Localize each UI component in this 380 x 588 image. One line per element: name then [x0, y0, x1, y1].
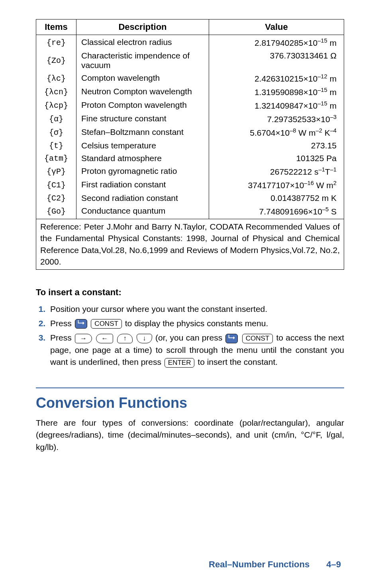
- steps-list: Position your cursor where you want the …: [36, 303, 344, 368]
- value-cell: 2.817940285×10–15 m: [209, 35, 344, 50]
- table-row: {re}Classical electron radius2.817940285…: [36, 35, 344, 50]
- desc-cell: Fine structure constant: [76, 112, 209, 126]
- desc-cell: First radiation constant: [76, 178, 209, 192]
- item-cell: {α}: [36, 112, 76, 126]
- shift-key-icon-2: ⮡: [225, 334, 238, 343]
- item-cell: {t}: [36, 139, 76, 152]
- item-cell: {γP}: [36, 165, 76, 178]
- item-cell: {C2}: [36, 192, 76, 204]
- item-cell: {σ}: [36, 126, 76, 139]
- insert-constant-heading: To insert a constant:: [36, 287, 344, 298]
- shift-key-icon: ⮡: [75, 319, 87, 329]
- value-cell: 1.321409847×10–15 m: [209, 99, 344, 112]
- value-cell: 267522212 s–1T–1: [209, 165, 344, 178]
- value-cell: 376.730313461 Ω: [209, 49, 344, 72]
- reference-text: Reference: Peter J.Mohr and Barry N.Tayl…: [36, 219, 344, 270]
- table-row: {γP}Proton gyromagnetic ratio267522212 s…: [36, 165, 344, 178]
- col-description: Description: [76, 19, 209, 35]
- table-row: {C1}First radiation constant374177107×10…: [36, 178, 344, 192]
- table-row: {Go}Conductance quantum7.748091696×10–5 …: [36, 204, 344, 219]
- desc-cell: Compton wavelength: [76, 72, 209, 85]
- step-3: Press → ← ↑ ↓ (or, you can press ⮡ CONST…: [48, 332, 344, 368]
- item-cell: {re}: [36, 35, 76, 50]
- table-row: {λcp}Proton Compton wavelength1.32140984…: [36, 99, 344, 112]
- desc-cell: Standard atmosphere: [76, 152, 209, 165]
- constants-table: Items Description Value {re}Classical el…: [36, 19, 344, 270]
- desc-cell: Neutron Compton wavelength: [76, 85, 209, 99]
- step-2: Press ⮡ CONST to display the physics con…: [48, 317, 344, 329]
- right-arrow-key-icon: →: [75, 334, 92, 343]
- item-cell: {Go}: [36, 204, 76, 219]
- table-row: {C2}Second radiation constant0.014387752…: [36, 192, 344, 204]
- step-2-post: to display the physics constants menu.: [125, 319, 268, 328]
- section-divider: [36, 387, 344, 388]
- step-3-a: Press: [50, 333, 74, 342]
- step-1: Position your cursor where you want the …: [48, 303, 344, 315]
- step-2-pre: Press: [50, 319, 74, 328]
- const-key: CONST: [91, 319, 122, 329]
- value-cell: 101325 Pa: [209, 152, 344, 165]
- table-row: {λcn}Neutron Compton wavelength1.3195908…: [36, 85, 344, 99]
- desc-cell: Conductance quantum: [76, 204, 209, 219]
- item-cell: {λcp}: [36, 99, 76, 112]
- desc-cell: Characteristic impendence of vacuum: [76, 49, 209, 72]
- value-cell: 0.014387752 m K: [209, 192, 344, 204]
- table-row: {t}Celsius temperature273.15: [36, 139, 344, 152]
- section-title: Conversion Functions: [36, 395, 344, 411]
- enter-key: ENTER: [165, 358, 195, 368]
- footer-page: 4–9: [326, 559, 341, 569]
- step-3-b: (or, you can press: [155, 333, 225, 342]
- page-footer: Real–Number Functions 4–9: [209, 559, 341, 570]
- section-body: There are four types of conversions: coo…: [36, 417, 344, 453]
- desc-cell: Second radiation constant: [76, 192, 209, 204]
- value-cell: 7.297352533×10–3: [209, 112, 344, 126]
- desc-cell: Classical electron radius: [76, 35, 209, 50]
- footer-chapter: Real–Number Functions: [209, 559, 309, 569]
- down-arrow-key-icon: ↓: [137, 334, 152, 343]
- desc-cell: Celsius temperature: [76, 139, 209, 152]
- const-key-2: CONST: [242, 334, 273, 343]
- table-row: {atm}Standard atmosphere101325 Pa: [36, 152, 344, 165]
- value-cell: 273.15: [209, 139, 344, 152]
- left-arrow-key-icon: ←: [96, 334, 113, 343]
- value-cell: 5.6704×10–8 W m–2 K–4: [209, 126, 344, 139]
- reference-row: Reference: Peter J.Mohr and Barry N.Tayl…: [36, 219, 344, 270]
- table-row: {Zo}Characteristic impendence of vacuum3…: [36, 49, 344, 72]
- desc-cell: Proton gyromagnetic ratio: [76, 165, 209, 178]
- item-cell: {C1}: [36, 178, 76, 192]
- value-cell: 2.426310215×10–12 m: [209, 72, 344, 85]
- item-cell: {λc}: [36, 72, 76, 85]
- table-row: {α}Fine structure constant7.297352533×10…: [36, 112, 344, 126]
- desc-cell: Stefan–Boltzmann constant: [76, 126, 209, 139]
- desc-cell: Proton Compton wavelength: [76, 99, 209, 112]
- value-cell: 374177107×10–16 W m2: [209, 178, 344, 192]
- value-cell: 1.319590898×10–15 m: [209, 85, 344, 99]
- item-cell: {atm}: [36, 152, 76, 165]
- item-cell: {Zo}: [36, 49, 76, 72]
- col-items: Items: [36, 19, 76, 35]
- table-row: {σ}Stefan–Boltzmann constant5.6704×10–8 …: [36, 126, 344, 139]
- item-cell: {λcn}: [36, 85, 76, 99]
- step-3-d: to insert the constant.: [198, 357, 278, 366]
- value-cell: 7.748091696×10–5 S: [209, 204, 344, 219]
- up-arrow-key-icon: ↑: [117, 334, 133, 343]
- step-1-text: Position your cursor where you want the …: [50, 304, 267, 313]
- col-value: Value: [209, 19, 344, 35]
- table-row: {λc}Compton wavelength2.426310215×10–12 …: [36, 72, 344, 85]
